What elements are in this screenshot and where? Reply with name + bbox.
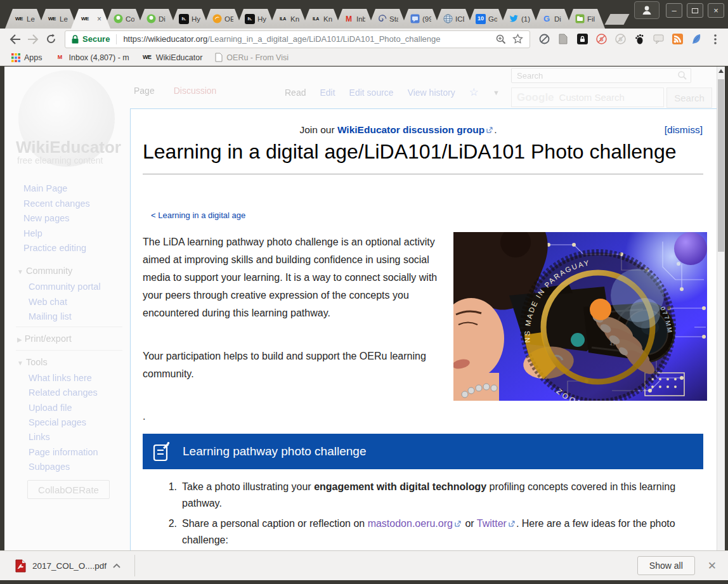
- browser-tab[interactable]: h. Hy: [236, 9, 275, 29]
- gmail-favicon-icon: M: [55, 53, 65, 63]
- bookmark-wikieducator[interactable]: WE WikiEducator: [138, 53, 207, 63]
- close-download-bar-icon[interactable]: ✕: [708, 559, 717, 573]
- sidebar-item-mailing-list[interactable]: Mailing list: [29, 311, 72, 321]
- close-window-button[interactable]: ×: [708, 3, 724, 18]
- browser-tab[interactable]: G Di: [533, 9, 572, 29]
- browser-menu-icon[interactable]: [709, 33, 722, 46]
- show-all-downloads-button[interactable]: Show all: [637, 556, 695, 575]
- sidebar-item-links[interactable]: Links: [29, 432, 50, 442]
- page-icon: [215, 53, 223, 62]
- sidebar-item-subpages[interactable]: Subpages: [29, 462, 70, 472]
- mastodon-link[interactable]: mastodon.oeru.org: [368, 518, 453, 529]
- browser-tab[interactable]: WE Le: [38, 9, 77, 29]
- search-icon[interactable]: [678, 71, 687, 80]
- wiki-sidebar: WikiEducator free elearning content Main…: [4, 67, 130, 550]
- scriptsafe-extension-icon[interactable]: S: [595, 33, 608, 46]
- minimize-button[interactable]: –: [666, 3, 682, 18]
- feather-extension-icon[interactable]: [690, 33, 703, 46]
- tab-edit-source[interactable]: Edit source: [349, 88, 394, 98]
- tab-label: ICD: [455, 15, 464, 23]
- tab-edit[interactable]: Edit: [320, 88, 335, 98]
- browser-tab[interactable]: ICD: [434, 9, 473, 29]
- browser-tab[interactable]: M Inb: [335, 9, 374, 29]
- wiki-search-input[interactable]: [516, 70, 678, 81]
- browser-tab[interactable]: ILA Kn: [269, 9, 308, 29]
- sidebar-section-community[interactable]: ▼Community: [17, 266, 72, 276]
- sidebar-section-print-export[interactable]: ▶Print/export: [17, 334, 72, 344]
- sidebar-item-upload-file[interactable]: Upload file: [29, 403, 72, 413]
- more-actions-caret-icon[interactable]: ▼: [493, 89, 500, 96]
- sidebar-item-page-information[interactable]: Page information: [29, 447, 98, 457]
- watch-star-icon[interactable]: ☆: [469, 86, 479, 99]
- scriptsafe-disabled-extension-icon[interactable]: S: [614, 33, 627, 46]
- maximize-button[interactable]: [687, 3, 703, 18]
- sidebar-item-what-links-here[interactable]: What links here: [29, 373, 92, 383]
- blocker-extension-icon[interactable]: [538, 33, 550, 46]
- notepad-pencil-icon: [153, 442, 170, 462]
- bookmark-gmail[interactable]: M Inbox (4,807) - m: [51, 53, 133, 63]
- downloaded-file-name[interactable]: 2017_COL_O....pdf: [32, 561, 107, 571]
- browser-tab[interactable]: (1): [500, 9, 539, 29]
- google-custom-search-box[interactable]: Google Custom Search: [511, 88, 664, 107]
- sidebar-item-special-pages[interactable]: Special pages: [29, 417, 86, 427]
- breadcrumb-parent-link[interactable]: < Learning in a digital age: [151, 211, 245, 220]
- divider: [16, 327, 122, 327]
- browser-tab[interactable]: Sta: [368, 9, 407, 29]
- browser-tab[interactable]: Co: [104, 9, 143, 29]
- scroll-up-arrow-icon[interactable]: [718, 69, 724, 73]
- browser-tab[interactable]: Di: [137, 9, 176, 29]
- google-search-button[interactable]: Search: [666, 88, 712, 108]
- browser-tab[interactable]: (99: [401, 9, 440, 29]
- bookmark-label: Inbox (4,807) - m: [69, 53, 129, 62]
- tab-view-history[interactable]: View history: [408, 88, 455, 98]
- logo-tagline: free elearning content: [17, 155, 103, 165]
- browser-tab[interactable]: 10 Go: [467, 9, 506, 29]
- photo-challenge-image[interactable]: 17-35: [453, 232, 707, 401]
- browser-tab-active[interactable]: WE ×: [71, 9, 110, 29]
- green-app-favicon-icon: [146, 14, 156, 24]
- browser-tab[interactable]: WE Le: [5, 9, 44, 29]
- browser-tab[interactable]: OE: [203, 9, 242, 29]
- forward-button[interactable]: [24, 30, 42, 48]
- sidebar-section-tools[interactable]: ▼Tools: [17, 357, 48, 367]
- sidebar-item-new-pages[interactable]: New pages: [23, 213, 70, 223]
- sidebar-item-related-changes[interactable]: Related changes: [29, 387, 98, 398]
- sidebar-item-web-chat[interactable]: Web chat: [29, 297, 67, 307]
- zoom-icon[interactable]: [496, 34, 506, 44]
- new-tab-button[interactable]: [604, 14, 629, 25]
- sidebar-item-community-portal[interactable]: Community portal: [29, 282, 101, 292]
- twitter-favicon-icon: [509, 14, 519, 24]
- bookmark-oeru[interactable]: OERu - From Visi: [211, 53, 292, 62]
- browser-tab[interactable]: Fil: [566, 9, 605, 29]
- sidebar-item-help[interactable]: Help: [23, 228, 42, 238]
- download-caret-icon[interactable]: [113, 563, 120, 568]
- sidebar-item-practice-editing[interactable]: Practice editing: [23, 243, 86, 253]
- profile-avatar-button[interactable]: [634, 1, 660, 19]
- apps-shortcut[interactable]: Apps: [8, 53, 46, 62]
- reload-button[interactable]: [42, 30, 60, 48]
- tab-close-icon[interactable]: ×: [97, 15, 101, 23]
- address-bar[interactable]: Secure https://wikieducator.org/Learning…: [65, 30, 530, 48]
- rss-extension-icon[interactable]: [671, 33, 684, 46]
- scrollbar-thumb[interactable]: [718, 79, 724, 252]
- browser-tab[interactable]: ILA Kn: [302, 9, 341, 29]
- twitter-link[interactable]: Twitter: [477, 518, 507, 529]
- lock-extension-icon[interactable]: [576, 33, 588, 46]
- tab-page[interactable]: Page: [134, 86, 155, 96]
- comment-extension-icon[interactable]: [652, 33, 665, 46]
- sidebar-item-main-page[interactable]: Main Page: [23, 183, 67, 193]
- browser-window: – × WE Le WE Le WE × Co Di: [0, 0, 728, 584]
- dismiss-link[interactable]: [dismiss]: [665, 124, 703, 136]
- gnome-foot-extension-icon[interactable]: [633, 33, 646, 46]
- sidebar-item-recent-changes[interactable]: Recent changes: [23, 198, 90, 209]
- back-button[interactable]: [6, 30, 24, 48]
- collaboerate-button[interactable]: CollabOERate: [27, 480, 110, 499]
- discussion-group-link[interactable]: WikiEducator discussion group: [337, 124, 484, 135]
- tab-discussion[interactable]: Discussion: [174, 86, 217, 96]
- bookmark-star-icon[interactable]: [512, 34, 523, 44]
- browser-tab[interactable]: h. Hy: [170, 9, 209, 29]
- wiki-search-box[interactable]: [511, 68, 691, 83]
- page-scrollbar[interactable]: [717, 67, 725, 550]
- page-extension-icon[interactable]: [557, 33, 569, 46]
- tab-read[interactable]: Read: [285, 88, 306, 98]
